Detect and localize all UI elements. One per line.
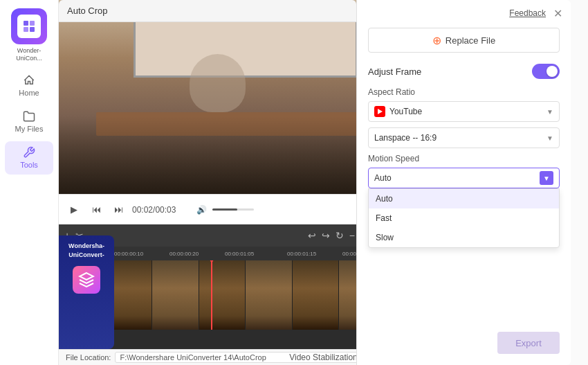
time-display: 00:02/00:03 [132, 205, 187, 215]
sidebar-item-tools-label: Tools [20, 161, 38, 169]
sidebar-item-myfiles-label: My Files [15, 125, 44, 133]
svg-rect-0 [24, 21, 28, 26]
landscape-chevron: ▼ [546, 134, 553, 142]
volume-fill [212, 208, 237, 211]
frame-2 [152, 260, 199, 330]
svg-rect-1 [30, 21, 35, 26]
motion-speed-dropdown-container: Auto ▼ Auto Fast Slow [368, 168, 560, 188]
volume-slider[interactable] [212, 208, 254, 211]
sidebar: Wonder- UniCon... Home My Files Tools [0, 0, 59, 365]
replace-icon: ⊕ [432, 34, 441, 47]
tl-zoom-out-button[interactable]: − [349, 230, 355, 241]
dialog-title: Auto Crop [67, 6, 108, 16]
motion-speed-arrow: ▼ [540, 171, 553, 185]
folder-icon [23, 110, 35, 123]
youtube-icon [374, 106, 385, 117]
frame-3 [199, 260, 246, 330]
aspect-ratio-landscape-select[interactable]: Lanspace -- 16:9 ▼ [368, 127, 560, 148]
motion-option-fast[interactable]: Fast [369, 208, 559, 228]
svg-rect-3 [30, 27, 35, 32]
crop-panel: Feedback ✕ ⊕ Replace File Adjust Frame A… [356, 0, 571, 365]
tools-icon [23, 146, 35, 159]
app-logo-icon [22, 19, 36, 33]
aspect-ratio-chevron: ▼ [546, 108, 553, 116]
tl-redo-button[interactable]: ↪ [322, 230, 330, 241]
motion-speed-trigger[interactable]: Auto ▼ [368, 168, 560, 188]
youtube-label: YouTube [389, 107, 546, 116]
toggle-knob [546, 66, 558, 77]
ruler-mark-1: 00:00:00:10 [114, 251, 143, 257]
volume-area: 🔊 [193, 202, 254, 218]
motion-option-slow[interactable]: Slow [369, 228, 559, 247]
app-name: Wonder- UniCon... [16, 47, 42, 62]
replace-file-button[interactable]: ⊕ Replace File [368, 28, 560, 53]
export-button[interactable]: Export [497, 332, 560, 354]
app-logo-inner [17, 15, 41, 38]
promo-logo-icon [78, 271, 95, 288]
frame-4 [246, 260, 293, 330]
tl-refresh-button[interactable]: ↻ [336, 230, 344, 241]
ruler-mark-2: 00:00:00:20 [169, 251, 199, 257]
ruler-mark-3: 00:00:01:05 [225, 251, 254, 257]
aspect-ratio-youtube-select[interactable]: YouTube ▼ [368, 101, 560, 122]
file-location-label: File Location: [66, 353, 111, 362]
sidebar-item-tools[interactable]: Tools [5, 141, 53, 175]
aspect-ratio-label: Aspect Ratio [368, 87, 560, 97]
motion-option-auto[interactable]: Auto [369, 189, 559, 208]
sidebar-item-home-label: Home [19, 89, 39, 97]
promo-title-1: Wondersha- [68, 242, 104, 250]
sidebar-item-myfiles[interactable]: My Files [5, 105, 53, 139]
adjust-frame-label: Adjust Frame [368, 66, 421, 77]
dialog-titlebar: Auto Crop [59, 0, 356, 22]
promo-icon [73, 266, 100, 294]
crop-close-button[interactable]: ✕ [553, 7, 562, 20]
next-button[interactable]: ⏭ [110, 202, 127, 218]
home-icon [23, 74, 35, 87]
prev-button[interactable]: ⏮ [88, 202, 104, 218]
adjust-frame-row: Adjust Frame [368, 64, 560, 79]
main-area: ...nverter ...ages to other ...ditor ...… [59, 0, 588, 365]
tl-undo-button[interactable]: ↩ [308, 230, 316, 241]
app-logo [11, 8, 47, 44]
landscape-label: Lanspace -- 16:9 [374, 133, 546, 143]
play-button[interactable]: ▶ [66, 202, 82, 218]
sidebar-item-home[interactable]: Home [5, 69, 53, 103]
promo-card: Wondersha- UniConvert- [59, 235, 114, 349]
playhead [211, 260, 212, 330]
volume-button[interactable]: 🔊 [193, 202, 210, 218]
ruler-mark-4: 00:00:01:15 [287, 251, 316, 257]
motion-speed-value: Auto [374, 173, 540, 183]
feedback-link[interactable]: Feedback [509, 8, 546, 18]
motion-speed-label: Motion Speed [368, 154, 560, 163]
youtube-play-icon [378, 109, 383, 114]
adjust-frame-toggle[interactable] [532, 64, 560, 79]
promo-title-2: UniConvert- [68, 251, 104, 259]
svg-rect-2 [24, 27, 28, 32]
frame-5 [293, 260, 340, 330]
motion-speed-menu: Auto Fast Slow [368, 188, 560, 248]
video-stabilization-label: Video Stabilization [289, 353, 358, 362]
